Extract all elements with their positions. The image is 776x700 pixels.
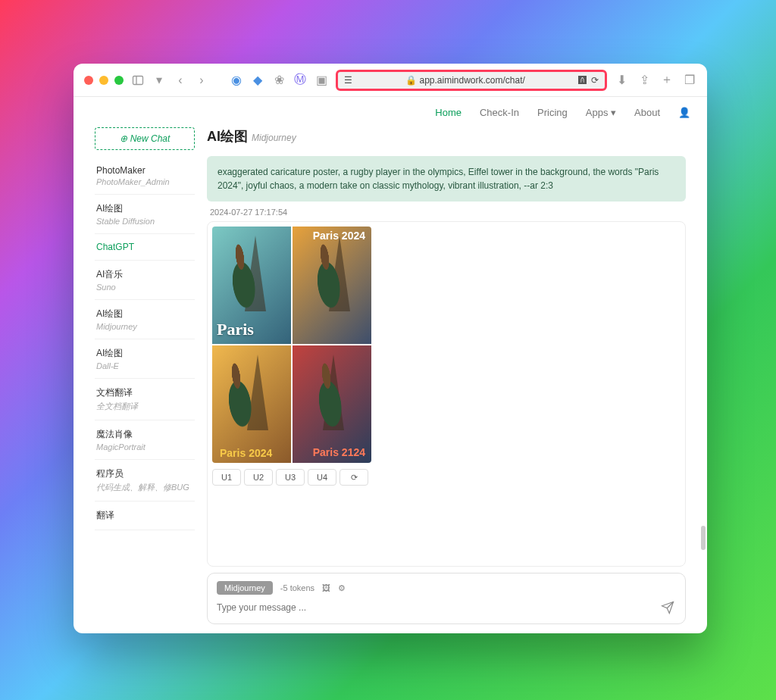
sidebar-item-sd[interactable]: AI绘图 Stable Diffusion: [95, 195, 195, 234]
extension-icon-2[interactable]: ◆: [251, 73, 264, 87]
main-panel: AI绘图 Midjourney exaggerated caricature p…: [207, 127, 686, 624]
settings-icon[interactable]: ⚙: [338, 583, 346, 593]
plus-icon: ⊕: [120, 133, 127, 144]
sidebar-item-chatgpt[interactable]: ChatGPT: [95, 234, 195, 261]
sidebar-item-doctranslate[interactable]: 文档翻译 全文档翻译: [95, 379, 195, 420]
reload-icon[interactable]: ⟳: [591, 75, 599, 86]
extension-icon-5[interactable]: ▣: [314, 73, 328, 87]
result-image-1[interactable]: Paris: [212, 227, 291, 344]
nav-apps[interactable]: Apps ▾: [586, 107, 616, 118]
page-title: AI绘图 Midjourney: [207, 127, 686, 145]
chevron-down-icon[interactable]: ▾: [152, 73, 166, 87]
sidebar-item-sub: 代码生成、解释、修BUG: [96, 482, 193, 493]
nav-about[interactable]: About: [634, 107, 660, 118]
sidebar-item-midjourney[interactable]: AI绘图 Midjourney: [95, 300, 195, 339]
u4-button[interactable]: U4: [308, 469, 336, 486]
sidebar-item-label: AI绘图: [96, 202, 193, 215]
back-button[interactable]: ‹: [174, 73, 187, 87]
browser-toolbar: ▾ ‹ › ◉ ◆ ❀ Ⓜ ▣ ☰ 🔒 app.aimindwork.com/c…: [74, 64, 707, 97]
prompt-bubble: exaggerated caricature poster, a rugby p…: [207, 156, 686, 202]
message-input[interactable]: [217, 602, 659, 613]
user-menu-icon[interactable]: 👤: [678, 107, 690, 118]
send-button[interactable]: [659, 599, 676, 616]
sidebar-item-label: AI音乐: [96, 268, 193, 281]
sidebar-item-label: AI绘图: [96, 347, 193, 360]
page-subtitle: Midjourney: [252, 133, 296, 143]
reroll-button[interactable]: ⟳: [340, 469, 368, 486]
panel-label: Paris 2024: [313, 230, 365, 242]
new-chat-label: New Chat: [130, 133, 171, 144]
sidebar-item-sub: Midjourney: [96, 322, 193, 331]
page-title-text: AI绘图: [207, 129, 248, 144]
new-tab-icon[interactable]: ＋: [660, 73, 674, 87]
panel-label: Paris: [217, 320, 254, 339]
u1-button[interactable]: U1: [212, 469, 241, 486]
sidebar-toggle-icon[interactable]: [131, 73, 145, 87]
result-image-3[interactable]: Paris 2024: [212, 345, 291, 463]
sidebar-item-label: 文档翻译: [96, 386, 193, 399]
nav-checkin[interactable]: Check-In: [480, 107, 519, 118]
upscale-button-row: U1 U2 U3 U4 ⟳: [212, 469, 681, 486]
svg-rect-0: [133, 76, 143, 84]
sidebar-item-label: 程序员: [96, 467, 193, 480]
sidebar-item-sub: Stable Diffusion: [96, 217, 193, 226]
extension-icon-1[interactable]: ◉: [230, 73, 243, 87]
result-image-2[interactable]: Paris 2024: [293, 227, 371, 344]
sidebar-item-label: 魔法肖像: [96, 428, 193, 441]
sidebar-item-label: PhotoMaker: [96, 165, 193, 176]
sidebar-item-sub: 全文档翻译: [96, 401, 193, 412]
u2-button[interactable]: U2: [244, 469, 273, 486]
sidebar-item-label: AI绘图: [96, 308, 193, 320]
sidebar-item-magicportrait[interactable]: 魔法肖像 MagicPortrait: [95, 420, 195, 460]
sidebar-item-translate[interactable]: 翻译: [95, 502, 195, 530]
page-content: Home Check-In Pricing Apps ▾ About 👤 ⊕ N…: [74, 97, 707, 633]
forward-button[interactable]: ›: [195, 73, 208, 87]
sidebar-item-sub: Suno: [96, 283, 193, 292]
traffic-lights: [84, 76, 124, 85]
u3-button[interactable]: U3: [276, 469, 305, 486]
new-chat-button[interactable]: ⊕ New Chat: [95, 127, 195, 150]
sidebar-item-programmer[interactable]: 程序员 代码生成、解释、修BUG: [95, 460, 195, 502]
model-badge[interactable]: Midjourney: [217, 581, 273, 595]
extension-icon-3[interactable]: ❀: [272, 73, 286, 87]
address-bar[interactable]: ☰ 🔒 app.aimindwork.com/chat/ 🅰 ⟳: [336, 70, 607, 91]
minimize-window-button[interactable]: [99, 76, 108, 85]
sidebar-item-label: 翻译: [96, 509, 193, 522]
close-window-button[interactable]: [84, 76, 93, 85]
image-attach-icon[interactable]: 🖼: [322, 583, 330, 592]
sidebar-item-sub: Dall-E: [96, 361, 193, 370]
token-cost: -5 tokens: [280, 583, 314, 592]
top-nav: Home Check-In Pricing Apps ▾ About 👤: [74, 97, 707, 127]
url-text: app.aimindwork.com/chat/: [419, 75, 524, 86]
browser-window: ▾ ‹ › ◉ ◆ ❀ Ⓜ ▣ ☰ 🔒 app.aimindwork.com/c…: [74, 64, 707, 633]
sidebar-item-sub: MagicPortrait: [96, 442, 193, 452]
result-image-4[interactable]: Paris 2124: [293, 345, 371, 463]
nav-home[interactable]: Home: [435, 107, 462, 118]
share-icon[interactable]: ⇪: [637, 73, 651, 87]
sidebar-item-dalle[interactable]: AI绘图 Dall-E: [95, 339, 195, 379]
download-icon[interactable]: ⬇: [615, 73, 628, 87]
input-area: Midjourney -5 tokens 🖼 ⚙: [207, 573, 686, 624]
image-grid[interactable]: Paris Paris 2024 Paris 2024 Paris 2: [212, 227, 371, 463]
tabs-icon[interactable]: ❐: [683, 73, 696, 87]
scrollbar-thumb[interactable]: [701, 526, 706, 550]
result-box: Paris Paris 2024 Paris 2024 Paris 2: [207, 221, 686, 567]
maximize-window-button[interactable]: [114, 76, 124, 85]
sidebar: ⊕ New Chat PhotoMaker PhotoMaker_Admin A…: [95, 127, 195, 624]
reader-icon: ☰: [344, 75, 352, 86]
sidebar-item-suno[interactable]: AI音乐 Suno: [95, 261, 195, 300]
nav-pricing[interactable]: Pricing: [537, 107, 568, 118]
panel-label: Paris 2024: [220, 448, 272, 458]
timestamp: 2024-07-27 17:17:54: [210, 208, 686, 217]
sidebar-item-label: ChatGPT: [96, 242, 193, 252]
extension-icon-4[interactable]: Ⓜ: [293, 73, 307, 87]
panel-label: Paris 2124: [313, 446, 365, 458]
sidebar-item-sub: PhotoMaker_Admin: [96, 177, 193, 186]
translate-icon[interactable]: 🅰: [578, 76, 587, 85]
lock-icon: 🔒: [405, 75, 417, 86]
sidebar-item-photomaker[interactable]: PhotoMaker PhotoMaker_Admin: [95, 158, 195, 195]
